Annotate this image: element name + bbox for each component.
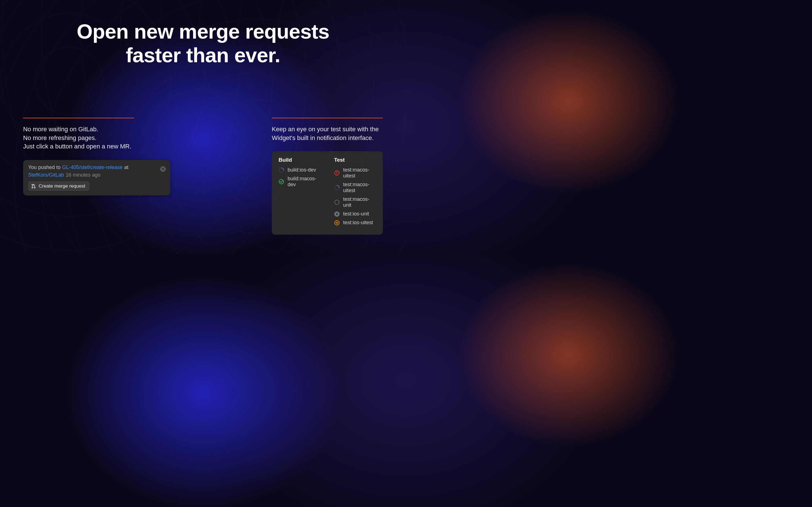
job-row[interactable]: test:macos-uitest — [334, 167, 376, 179]
svg-point-7 — [337, 174, 337, 174]
feature-description: Keep an eye on your test suite with the … — [272, 125, 383, 143]
job-label: build:ios-dev — [288, 167, 316, 173]
test-column: Test test:macos-uitest test:macos-uitest — [334, 157, 376, 228]
job-row[interactable]: test:macos-unit — [334, 196, 376, 208]
build-heading: Build — [278, 157, 320, 163]
pipeline-card: Build build:ios-dev build:macos-dev — [272, 151, 383, 235]
job-row[interactable]: test:ios-unit — [334, 211, 376, 217]
push-at: at — [124, 165, 129, 170]
status-running-icon — [278, 167, 284, 173]
job-label: test:macos-uitest — [343, 182, 376, 193]
push-prefix: You pushed to — [28, 165, 60, 170]
job-label: test:macos-uitest — [343, 167, 376, 179]
job-label: test:macos-unit — [343, 196, 376, 208]
push-message: You pushed to GL-405/stef/create-release… — [28, 165, 165, 178]
repo-link[interactable]: StefKors/GitLab — [28, 172, 64, 178]
svg-point-4 — [279, 179, 284, 184]
svg-point-1 — [32, 187, 33, 188]
svg-point-11 — [336, 213, 338, 215]
push-time: 16 minutes ago — [66, 172, 100, 178]
branch-link[interactable]: GL-405/stef/create-release — [62, 165, 122, 170]
svg-point-0 — [32, 184, 33, 185]
push-notification-card: You pushed to GL-405/stef/create-release… — [23, 160, 170, 195]
job-row[interactable]: test:macos-uitest — [334, 182, 376, 193]
status-running-icon — [334, 185, 340, 190]
close-icon — [161, 168, 164, 170]
headline-line-2: faster than ever. — [126, 44, 280, 66]
svg-point-12 — [335, 221, 339, 225]
job-label: test:ios-uitest — [343, 220, 373, 226]
merge-request-icon — [31, 184, 36, 188]
status-failed-icon — [334, 170, 340, 176]
svg-point-2 — [34, 187, 35, 188]
page-headline: Open new merge requests faster than ever… — [0, 0, 406, 67]
status-paused-icon — [334, 220, 340, 226]
svg-point-9 — [335, 200, 339, 205]
feature-description: No more waiting on GitLab. No more refre… — [23, 125, 170, 151]
svg-point-10 — [335, 212, 339, 216]
create-mr-label: Create merge request — [39, 183, 85, 189]
divider — [23, 118, 134, 118]
job-row[interactable]: build:macos-dev — [278, 176, 320, 187]
status-pending-icon — [334, 200, 340, 205]
build-column: Build build:ios-dev build:macos-dev — [278, 157, 320, 228]
job-row[interactable]: test:ios-uitest — [334, 220, 376, 226]
status-success-icon — [278, 179, 284, 184]
feature-column-left: No more waiting on GitLab. No more refre… — [23, 118, 170, 235]
test-heading: Test — [334, 157, 376, 163]
divider — [272, 118, 383, 118]
headline-line-1: Open new merge requests — [77, 20, 329, 43]
feature-column-right: Keep an eye on your test suite with the … — [272, 118, 383, 235]
create-merge-request-button[interactable]: Create merge request — [28, 181, 89, 191]
job-label: test:ios-unit — [343, 211, 369, 217]
job-label: build:macos-dev — [288, 176, 320, 187]
job-row[interactable]: build:ios-dev — [278, 167, 320, 173]
status-skipped-icon — [334, 211, 340, 217]
